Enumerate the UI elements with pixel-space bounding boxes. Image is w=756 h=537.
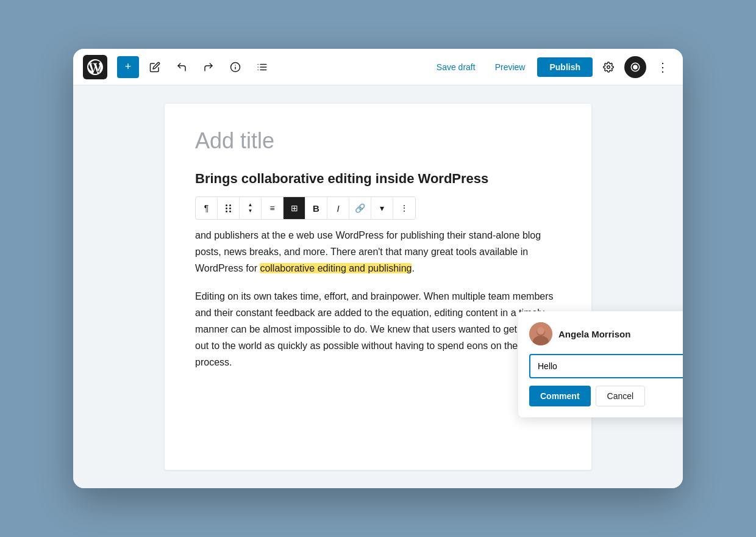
avatar-image — [529, 322, 552, 345]
text-start: and publishers at the — [195, 230, 288, 240]
editor-toolbar: + — [73, 49, 683, 85]
italic-tool[interactable]: I — [327, 197, 349, 219]
add-icon: + — [125, 60, 132, 73]
move-up-down-tool[interactable]: ▲ ▼ — [240, 197, 262, 219]
comment-cancel-button[interactable]: Cancel — [596, 386, 646, 406]
comment-input[interactable] — [529, 354, 683, 378]
editor-area: Add title Brings collaborative editing i… — [73, 85, 683, 488]
wordpress-icon — [87, 59, 103, 75]
ellipsis-icon: ⋮ — [657, 60, 668, 74]
comment-username: Angela Morrison — [558, 329, 630, 339]
paragraph-1: and publishers at the e web use WordPres… — [195, 227, 561, 277]
list-view-button[interactable] — [251, 56, 273, 78]
add-block-button[interactable]: + — [117, 56, 139, 78]
edit-button[interactable] — [144, 56, 166, 78]
comments-icon — [630, 62, 641, 73]
avatar — [529, 322, 552, 345]
chevron-tool-icon: ▾ — [380, 203, 384, 213]
editor-window: + — [73, 49, 683, 488]
undo-button[interactable] — [171, 56, 193, 78]
plus-square-icon: ⊞ — [291, 203, 298, 213]
drag-icon — [226, 204, 232, 212]
bold-tool[interactable]: B — [305, 197, 327, 219]
comment-user-info: Angela Morrison — [529, 322, 683, 345]
link-tool[interactable]: 🔗 — [349, 197, 371, 219]
block-more-tool[interactable]: ⋮ — [393, 197, 415, 219]
block-toolbar: ¶ ▲ ▼ ≡ — [195, 196, 416, 220]
text-period: . — [412, 263, 414, 273]
three-dots-icon: ⋮ — [400, 203, 408, 213]
highlighted-text: collaborative editing and publishing — [260, 263, 412, 273]
post-body: and publishers at the e web use WordPres… — [195, 227, 561, 371]
post-title-placeholder[interactable]: Add title — [195, 128, 561, 154]
drag-tool[interactable] — [218, 197, 240, 219]
add-inline-tool[interactable]: ⊞ — [284, 197, 305, 219]
svg-point-9 — [607, 65, 610, 68]
align-tool[interactable]: ≡ — [262, 197, 284, 219]
paragraph-tool[interactable]: ¶ — [196, 197, 218, 219]
comment-submit-button[interactable]: Comment — [529, 386, 591, 406]
comments-button[interactable] — [624, 56, 646, 78]
save-draft-button[interactable]: Save draft — [429, 59, 483, 76]
paragraph-2: Editing on its own takes time, effort, a… — [195, 288, 561, 371]
comment-actions: Comment Cancel — [529, 386, 683, 406]
undo-icon — [176, 62, 187, 73]
info-button[interactable] — [224, 56, 246, 78]
settings-button[interactable] — [597, 56, 619, 78]
comment-popup: Angela Morrison Comment Cancel — [518, 311, 683, 417]
redo-button[interactable] — [198, 56, 219, 78]
svg-point-15 — [537, 327, 544, 334]
bold-icon: B — [313, 203, 319, 214]
wp-logo — [83, 55, 107, 79]
post-heading[interactable]: Brings collaborative editing inside Word… — [195, 171, 561, 187]
pencil-icon — [149, 62, 160, 73]
preview-button[interactable]: Preview — [488, 59, 533, 76]
editor-content: Add title Brings collaborative editing i… — [165, 104, 591, 470]
gear-icon — [603, 62, 614, 73]
info-icon — [230, 62, 241, 73]
align-icon: ≡ — [269, 203, 274, 213]
italic-icon: I — [337, 203, 339, 214]
redo-icon — [203, 62, 214, 73]
chevron-up-icon: ▲ — [248, 202, 253, 208]
list-icon — [257, 62, 268, 73]
link-icon: 🔗 — [355, 203, 365, 213]
more-options-button[interactable]: ⋮ — [651, 56, 673, 78]
chevron-down-icon: ▼ — [248, 208, 253, 214]
svg-point-10 — [633, 65, 637, 69]
more-formats-tool[interactable]: ▾ — [371, 197, 393, 219]
publish-button[interactable]: Publish — [537, 57, 593, 77]
paragraph-icon: ¶ — [204, 203, 209, 213]
